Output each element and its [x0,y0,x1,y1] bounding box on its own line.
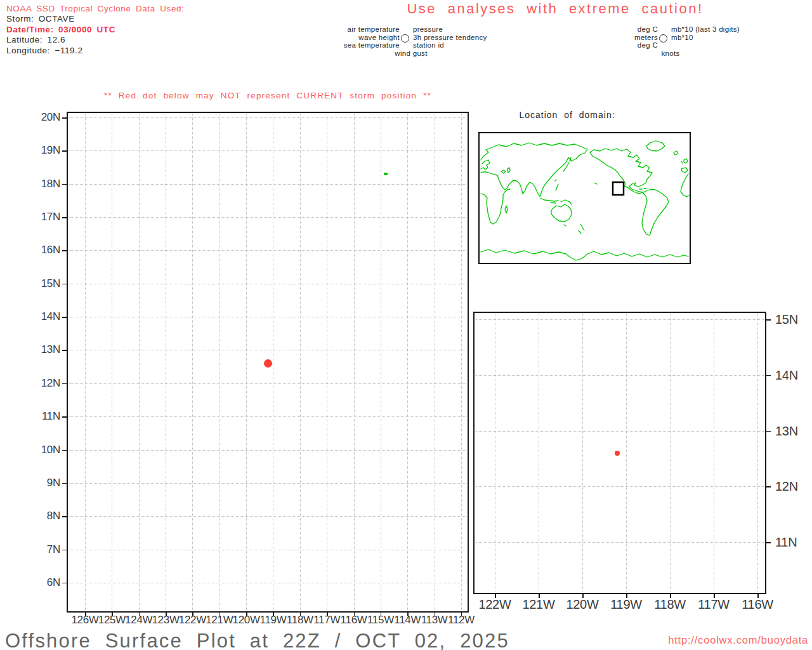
axis-tick [766,542,771,543]
legend-sea-temperature: sea temperature [273,41,400,50]
lat-tick-label: 13N [775,424,812,439]
axis-tick [62,416,67,418]
station-circle-icon [401,34,409,43]
lat-tick-label: 14N [775,368,812,383]
lat-tick-label: 14N [17,310,60,323]
axis-tick [62,117,67,119]
axis-tick [62,583,67,584]
gridline-vertical [246,114,247,610]
axis-tick [62,150,67,152]
lon-tick-label: 120W [558,597,606,612]
axis-tick [62,217,67,218]
gridline-vertical [354,114,355,610]
axis-tick [62,184,67,185]
lat-tick-label: 16N [17,244,60,256]
gridline-vertical [192,114,193,610]
gridline-horizontal [69,117,466,118]
axis-tick [766,375,771,376]
gridline-horizontal [69,550,466,550]
lon-tick-label: 116W [733,597,782,612]
lat-tick-label: 18N [17,178,60,190]
plot-title: Offshore Surface Plot at 22Z / OCT 02, 2… [5,630,509,650]
lat-tick-label: 15N [775,312,812,327]
unit-deg-c-sea: deg C [571,41,658,50]
gridline-horizontal [69,350,466,350]
domain-extent-marker [613,182,624,195]
lat-tick-label: 15N [17,277,60,290]
gridline-horizontal [69,217,466,218]
gridline-horizontal [69,284,466,284]
latitude-line: Latitude: 12.6 [6,35,184,45]
units-legend-right-column: mb*10 (last 3 digits) mb*10 [671,25,740,41]
gridline-horizontal [476,542,764,543]
lat-tick-label: 13N [17,343,60,356]
axis-tick [62,550,67,551]
gridline-vertical [112,114,112,610]
gridline-horizontal [476,431,764,432]
gridline-horizontal [69,184,466,185]
header-info: NOAA SSD Tropical Cyclone Data Used: Sto… [6,4,184,56]
station-legend-left-column: air temperature wave height sea temperat… [273,25,400,50]
lat-tick-label: 6N [17,576,60,589]
domain-map-title: Location of domain: [478,110,656,120]
gridline-vertical [166,114,166,610]
unit-knots: knots [642,50,699,58]
unit-meters: meters [571,34,658,42]
legend-air-temperature: air temperature [273,25,400,34]
green-mark-marker [384,173,388,175]
longitude-line: Longitude: −119.2 [6,46,184,56]
legend-pressure-tendency: 3h pressure tendency [413,34,487,42]
gridline-horizontal [69,150,466,151]
gridline-vertical [139,114,140,610]
gridline-vertical [626,314,627,592]
gridline-vertical [85,114,86,610]
gridline-vertical [714,314,714,592]
source-line: NOAA SSD Tropical Cyclone Data Used: [6,4,184,14]
storm-position-marker [615,451,620,456]
axis-tick [766,319,771,321]
lon-tick-label: 119W [602,597,650,612]
domain-map-frame [478,132,691,264]
gridline-vertical [539,314,539,592]
datetime-line: Date/Time: 03/0000 UTC [6,25,184,35]
lat-tick-label: 10N [17,444,60,456]
gridline-vertical [219,114,220,610]
axis-tick [766,431,771,432]
lon-tick-label: 117W [690,597,738,612]
unit-mb10: mb*10 [671,34,740,42]
lat-tick-label: 11N [775,535,812,550]
axis-tick [62,483,67,484]
legend-wind-gust: wind gust [379,50,443,58]
unit-mb10-last3: mb*10 (last 3 digits) [671,25,740,34]
gridline-horizontal [69,317,466,317]
gridline-vertical [273,114,273,610]
gridline-horizontal [69,516,466,517]
lat-tick-label: 12N [17,377,60,390]
gridline-horizontal [69,483,466,484]
axis-tick [766,486,771,488]
gridline-vertical [381,114,381,610]
lat-tick-label: 7N [17,543,60,556]
lon-tick-label: 122W [471,597,519,612]
lat-tick-label: 8N [17,510,60,522]
storm-position-warning: ** Red dot below may NOT represent CURRE… [68,91,468,100]
gridline-horizontal [69,250,466,251]
lon-tick-label: 112W [442,614,480,627]
world-coastlines [481,141,689,260]
storm-position-marker [264,359,272,368]
units-legend-left-column: deg C meters deg C [571,25,658,50]
lat-tick-label: 17N [17,211,60,223]
axis-tick [62,383,67,385]
lon-tick-label: 121W [514,597,563,612]
caution-banner: Use analyses with extreme caution! [390,1,720,17]
station-legend-right-column: pressure 3h pressure tendency station id [413,25,487,50]
legend-wave-height: wave height [273,34,400,42]
unit-deg-c-air: deg C [571,25,658,34]
gridline-vertical [461,114,462,610]
axis-tick [62,317,67,318]
axis-tick [62,450,67,451]
lat-tick-label: 20N [17,111,60,124]
axis-tick [62,284,67,285]
axis-tick [62,516,67,517]
lat-tick-label: 11N [17,410,60,423]
